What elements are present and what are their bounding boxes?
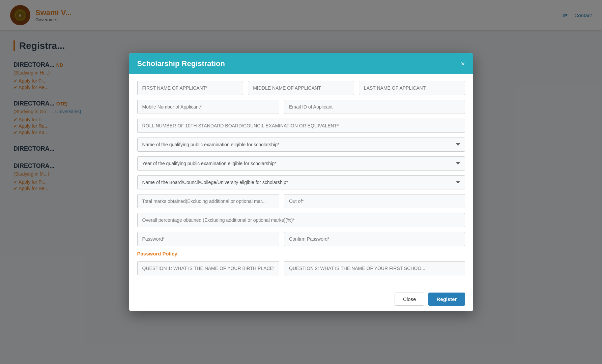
first-name-group (137, 81, 243, 95)
password-input[interactable] (137, 232, 280, 246)
percentage-group (137, 213, 465, 227)
scholarship-modal: Scholarship Registration × (129, 53, 473, 311)
question1-group (137, 261, 280, 275)
out-of-input[interactable] (284, 194, 465, 208)
out-of-group (284, 194, 465, 208)
modal-title: Scholarship Registration (137, 59, 225, 68)
percentage-row (137, 213, 465, 227)
name-row (137, 81, 465, 95)
marks-row (137, 194, 465, 208)
qualifying-year-row: Year of the qualifying public examinatio… (137, 156, 465, 171)
confirm-password-group (284, 232, 465, 246)
modal-close-button[interactable]: × (461, 60, 465, 67)
board-name-group: Name of the Board/Council/College/Univer… (137, 175, 465, 189)
first-name-input[interactable] (137, 81, 243, 95)
question1-input[interactable] (137, 261, 280, 275)
roll-number-input[interactable] (137, 119, 465, 133)
mobile-group (137, 100, 280, 114)
register-button[interactable]: Register (428, 293, 465, 306)
total-marks-group (137, 194, 280, 208)
qualifying-year-select[interactable]: Year of the qualifying public examinatio… (137, 156, 465, 171)
board-name-select-wrapper: Name of the Board/Council/College/Univer… (137, 175, 465, 189)
modal-body: Name of the qualifying public examinatio… (129, 74, 473, 287)
middle-name-input[interactable] (248, 81, 354, 95)
confirm-password-input[interactable] (284, 232, 465, 246)
question2-group (284, 261, 465, 275)
password-row (137, 232, 465, 246)
qualifying-exam-row: Name of the qualifying public examinatio… (137, 138, 465, 152)
qualifying-year-select-wrapper: Year of the qualifying public examinatio… (137, 156, 465, 171)
middle-name-group (248, 81, 354, 95)
questions-row (137, 261, 465, 275)
roll-number-row (137, 119, 465, 133)
mobile-input[interactable] (137, 100, 280, 114)
password-policy-link[interactable]: Password Policy (137, 251, 465, 256)
qualifying-exam-select-wrapper: Name of the qualifying public examinatio… (137, 138, 465, 152)
email-input[interactable] (284, 100, 465, 114)
board-name-row: Name of the Board/Council/College/Univer… (137, 175, 465, 189)
qualifying-exam-group: Name of the qualifying public examinatio… (137, 138, 465, 152)
password-group (137, 232, 280, 246)
close-button[interactable]: Close (395, 293, 424, 306)
modal-overlay: Scholarship Registration × (0, 0, 602, 364)
contact-row (137, 100, 465, 114)
question2-input[interactable] (284, 261, 465, 275)
total-marks-input[interactable] (137, 194, 280, 208)
percentage-input[interactable] (137, 213, 465, 227)
last-name-input[interactable] (359, 81, 465, 95)
modal-footer: Close Register (129, 287, 473, 311)
qualifying-year-group: Year of the qualifying public examinatio… (137, 156, 465, 171)
qualifying-exam-select[interactable]: Name of the qualifying public examinatio… (137, 138, 465, 152)
last-name-group (359, 81, 465, 95)
modal-header: Scholarship Registration × (129, 53, 473, 74)
email-group (284, 100, 465, 114)
roll-number-group (137, 119, 465, 133)
board-name-select[interactable]: Name of the Board/Council/College/Univer… (137, 175, 465, 189)
